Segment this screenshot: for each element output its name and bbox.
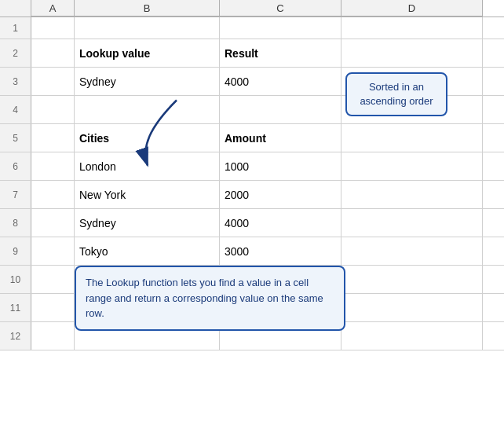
- cell-8-b: Sydney: [75, 209, 220, 237]
- row-num-8: 8: [0, 209, 31, 237]
- cell-6-d: [341, 152, 483, 180]
- col-header-a: A: [31, 0, 75, 17]
- row-num-4: 4: [0, 96, 31, 123]
- cell-3-b: Sydney: [75, 68, 220, 95]
- table-row: 6 London 1000: [0, 152, 504, 181]
- row-num-2: 2: [0, 39, 31, 67]
- cell-5-c: Amount: [220, 124, 341, 152]
- table-row: 2 Lookup value Result: [0, 39, 504, 68]
- cell-7-d: [341, 181, 483, 208]
- cell-6-c: 1000: [220, 152, 341, 180]
- table-row: 1: [0, 17, 504, 39]
- cell-5-d: [341, 124, 483, 152]
- cell-2-d: [341, 39, 483, 67]
- table-row: 10 The Lookup function lets you find a v…: [0, 266, 504, 294]
- cell-4-a: [31, 96, 75, 123]
- cell-6-a: [31, 152, 75, 180]
- cell-2-c: Result: [220, 39, 341, 67]
- info-box: The Lookup function lets you find a valu…: [75, 266, 345, 331]
- row-num-5: 5: [0, 124, 31, 152]
- cell-5-a: [31, 124, 75, 152]
- cell-12-a: [31, 322, 75, 350]
- cell-3-c: 4000: [220, 68, 341, 95]
- cell-11-d: [341, 294, 483, 321]
- row-num-1: 1: [0, 17, 31, 39]
- cell-4-c: [220, 96, 341, 123]
- cell-1-b: [75, 17, 220, 39]
- col-header-d: D: [341, 0, 483, 17]
- corner-cell: [0, 0, 31, 17]
- cell-10-a: [31, 266, 75, 293]
- cell-1-c: [220, 17, 341, 39]
- cell-4-d: Sorted in an ascending order: [341, 96, 483, 123]
- cell-7-a: [31, 181, 75, 208]
- col-header-b: B: [75, 0, 220, 17]
- cell-9-a: [31, 237, 75, 265]
- row-num-9: 9: [0, 237, 31, 265]
- spreadsheet: A B C D 1 2 Lookup value: [0, 0, 504, 433]
- cell-4-b: [75, 96, 220, 123]
- table-row: 8 Sydney 4000: [0, 209, 504, 237]
- cell-1-d: [341, 17, 483, 39]
- cell-12-d: [341, 322, 483, 350]
- cell-2-b: Lookup value: [75, 39, 220, 67]
- cell-8-a: [31, 209, 75, 237]
- row-num-11: 11: [0, 294, 31, 321]
- row-num-7: 7: [0, 181, 31, 208]
- table-row: 7 New York 2000: [0, 181, 504, 209]
- cell-3-a: [31, 68, 75, 95]
- cell-5-b: Cities: [75, 124, 220, 152]
- cell-2-a: [31, 39, 75, 67]
- sorted-note-box: Sorted in an ascending order: [345, 72, 447, 116]
- cell-9-d: [341, 237, 483, 265]
- table-container: 1 2 Lookup value Result 3 Sydney 4000 4: [0, 17, 504, 433]
- cell-10-b: The Lookup function lets you find a valu…: [75, 266, 220, 293]
- row-num-10: 10: [0, 266, 31, 293]
- cell-7-b: New York: [75, 181, 220, 208]
- row-num-6: 6: [0, 152, 31, 180]
- cell-9-b: Tokyo: [75, 237, 220, 265]
- cell-7-c: 2000: [220, 181, 341, 208]
- col-header-c: C: [220, 0, 341, 17]
- cell-1-a: [31, 17, 75, 39]
- cell-8-d: [341, 209, 483, 237]
- column-headers: A B C D: [0, 0, 504, 17]
- table-row: 9 Tokyo 3000: [0, 237, 504, 266]
- cell-11-a: [31, 294, 75, 321]
- cell-6-b: London: [75, 152, 220, 180]
- table-row: 5 Cities Amount: [0, 124, 504, 152]
- table-row: 4 Sorted in an ascending order: [0, 96, 504, 124]
- cell-10-d: [341, 266, 483, 293]
- row-num-12: 12: [0, 322, 31, 350]
- cell-9-c: 3000: [220, 237, 341, 265]
- row-num-3: 3: [0, 68, 31, 95]
- cell-8-c: 4000: [220, 209, 341, 237]
